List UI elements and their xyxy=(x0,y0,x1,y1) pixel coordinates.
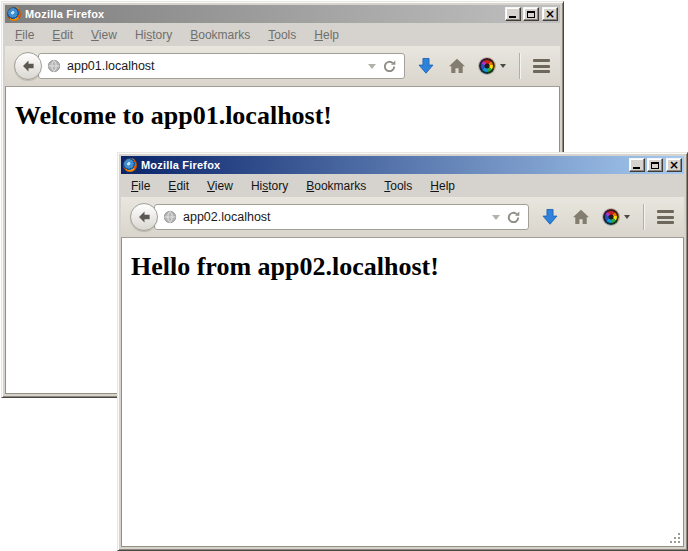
colorwheel-addon-icon[interactable] xyxy=(479,58,506,74)
reload-icon[interactable] xyxy=(506,210,521,225)
back-arrow-icon xyxy=(21,59,35,73)
reload-icon[interactable] xyxy=(382,59,397,74)
firefox-icon xyxy=(7,7,21,21)
back-button[interactable] xyxy=(14,52,42,80)
chevron-down-icon xyxy=(624,215,630,219)
color-wheel-icon xyxy=(603,209,619,225)
window-controls: × xyxy=(505,7,558,21)
url-dropdown-icon[interactable] xyxy=(368,64,376,69)
menu-tools[interactable]: Tools xyxy=(375,176,421,196)
menu-tools[interactable]: Tools xyxy=(259,25,305,45)
back-button[interactable] xyxy=(130,203,158,231)
menu-help[interactable]: Help xyxy=(421,176,464,196)
titlebar[interactable]: Mozilla Firefox × xyxy=(121,156,684,174)
color-wheel-icon xyxy=(479,58,495,74)
chevron-down-icon xyxy=(500,64,506,68)
url-dropdown-icon[interactable] xyxy=(492,215,500,220)
window-title: Mozilla Firefox xyxy=(141,159,220,171)
toolbar-separator xyxy=(519,53,520,79)
menu-history[interactable]: History xyxy=(242,176,297,196)
back-arrow-icon xyxy=(137,210,151,224)
titlebar[interactable]: Mozilla Firefox × xyxy=(5,5,560,23)
close-icon: × xyxy=(669,160,679,170)
home-icon[interactable] xyxy=(572,208,590,226)
maximize-icon xyxy=(527,11,535,18)
url-bar[interactable]: app02.localhost xyxy=(154,204,529,230)
menu-bar: File Edit View History Bookmarks Tools H… xyxy=(5,23,560,46)
site-globe-icon xyxy=(163,210,177,224)
minimize-icon xyxy=(633,167,640,169)
page-heading: Welcome to app01.localhost! xyxy=(15,101,559,131)
menu-file[interactable]: File xyxy=(6,25,43,45)
menu-file[interactable]: File xyxy=(122,176,159,196)
browser-window-app02: Mozilla Firefox × File Edit View History… xyxy=(117,152,688,551)
url-text: app01.localhost xyxy=(67,59,155,73)
minimize-button[interactable] xyxy=(505,7,521,21)
menu-help[interactable]: Help xyxy=(305,25,348,45)
close-icon: × xyxy=(545,9,555,19)
window-controls: × xyxy=(629,158,682,172)
close-button[interactable]: × xyxy=(666,158,682,172)
home-icon[interactable] xyxy=(448,57,466,75)
menu-bookmarks[interactable]: Bookmarks xyxy=(297,176,375,196)
page-heading: Hello from app02.localhost! xyxy=(131,252,683,282)
url-bar[interactable]: app01.localhost xyxy=(38,53,405,79)
maximize-icon xyxy=(651,162,659,169)
menu-view[interactable]: View xyxy=(82,25,126,45)
firefox-icon xyxy=(123,158,137,172)
minimize-button[interactable] xyxy=(629,158,645,172)
toolbar-buttons xyxy=(541,204,674,230)
close-button[interactable]: × xyxy=(542,7,558,21)
window-title: Mozilla Firefox xyxy=(25,8,104,20)
site-globe-icon xyxy=(47,59,61,73)
page-content: Hello from app02.localhost! xyxy=(121,238,684,547)
menu-bar: File Edit View History Bookmarks Tools H… xyxy=(121,174,684,197)
navigation-toolbar: app01.localhost xyxy=(5,46,560,87)
navigation-toolbar: app02.localhost xyxy=(121,197,684,238)
url-text: app02.localhost xyxy=(183,210,271,224)
download-icon[interactable] xyxy=(541,208,559,226)
menu-edit[interactable]: Edit xyxy=(43,25,82,45)
resize-grip-icon[interactable] xyxy=(668,531,682,545)
colorwheel-addon-icon[interactable] xyxy=(603,209,630,225)
minimize-icon xyxy=(509,16,516,18)
maximize-button[interactable] xyxy=(523,7,539,21)
menu-history[interactable]: History xyxy=(126,25,181,45)
menu-view[interactable]: View xyxy=(198,176,242,196)
menu-bookmarks[interactable]: Bookmarks xyxy=(181,25,259,45)
hamburger-menu-icon[interactable] xyxy=(657,210,674,224)
maximize-button[interactable] xyxy=(647,158,663,172)
toolbar-buttons xyxy=(417,53,550,79)
menu-edit[interactable]: Edit xyxy=(159,176,198,196)
hamburger-menu-icon[interactable] xyxy=(533,59,550,73)
download-icon[interactable] xyxy=(417,57,435,75)
toolbar-separator xyxy=(643,204,644,230)
